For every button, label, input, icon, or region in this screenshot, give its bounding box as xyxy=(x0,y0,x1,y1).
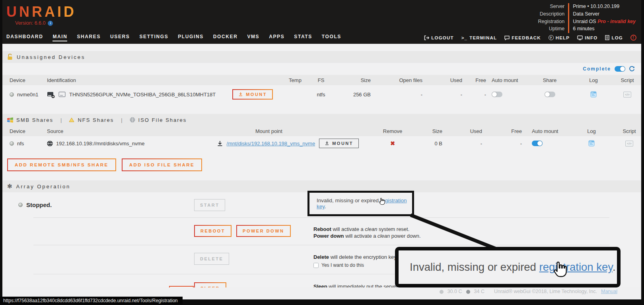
array-status-dot xyxy=(18,203,23,207)
nav-tools[interactable]: TOOLS xyxy=(322,34,341,41)
tab-nfs-shares[interactable]: NFS Shares xyxy=(69,117,114,123)
nav-dashboard[interactable]: DASHBOARD xyxy=(6,34,43,41)
complete-label: Complete xyxy=(583,66,611,72)
footer-manual-link[interactable]: Manual xyxy=(601,289,617,294)
power-down-button[interactable]: POWER DOWN xyxy=(236,225,290,237)
callout-registration-key-link[interactable]: registration key xyxy=(539,261,613,273)
status-bar-url: https://f75638aa12fb340c8dcdd63d6f1ffd73… xyxy=(0,297,183,304)
server-info-label: Uptime xyxy=(538,25,568,33)
array-status-text: Stopped. xyxy=(26,201,52,208)
tab-smb-shares[interactable]: SMB Shares xyxy=(7,117,53,123)
feedback-button[interactable]: FEEDBACK xyxy=(504,35,541,40)
nav-apps[interactable]: APPS xyxy=(269,34,284,41)
download-icon xyxy=(217,141,223,147)
add-remote-smb-nfs-share-button[interactable]: ADD REMOTE SMB/NFS SHARE xyxy=(7,158,116,171)
nfs-triangle-icon xyxy=(69,117,74,122)
registration-notice-text: Invalid, missing or expired xyxy=(317,197,380,203)
script-icon[interactable]: </> xyxy=(625,141,633,147)
nav-main[interactable]: MAIN xyxy=(53,34,67,41)
cell-free: - xyxy=(494,136,532,151)
cell-open-files: - xyxy=(375,85,422,104)
logout-icon xyxy=(424,35,429,40)
nav-vms[interactable]: VMS xyxy=(247,34,259,41)
terminal-icon: >_ xyxy=(461,35,468,40)
unassigned-table-header: Device Identification Temp FS Size Open … xyxy=(2,75,641,85)
monitor-icon xyxy=(577,35,583,40)
cell-size: 0 B xyxy=(411,136,454,151)
section-title: Unassigned Devices xyxy=(17,54,86,60)
server-info-value: Unraid OS Pro - invalid key xyxy=(568,18,636,26)
power-alert-icon[interactable]: ! xyxy=(630,35,636,41)
globe-dark-icon xyxy=(47,141,53,147)
temp-dot-icon xyxy=(440,290,444,294)
registration-invalid-key: Pro - invalid key xyxy=(597,19,636,24)
script-icon[interactable]: </> xyxy=(623,92,631,98)
log-icon[interactable] xyxy=(588,140,595,147)
info-button[interactable]: INFO xyxy=(577,35,597,40)
document-icon xyxy=(605,35,609,40)
power-down-help-text: Power down will activate a clean power d… xyxy=(313,233,421,239)
server-info-label: Registration xyxy=(538,18,568,26)
temp-dot-icon xyxy=(466,290,470,294)
server-info-value: Data Server xyxy=(568,11,636,18)
nav-users[interactable]: USERS xyxy=(110,34,130,41)
mount-point-link[interactable]: /mnt/disks/192.168.10.198_vms_nvme xyxy=(227,141,315,147)
cell-fs: ntfs xyxy=(307,85,335,104)
terminal-button[interactable]: >_ TERMINAL xyxy=(461,35,497,40)
share-status-dot xyxy=(10,141,14,146)
auto-mount-toggle[interactable] xyxy=(492,92,502,97)
main-menu: DASHBOARD MAIN SHARES USERS SETTINGS PLU… xyxy=(6,34,341,41)
auto-mount-toggle[interactable] xyxy=(532,141,543,146)
nav-settings[interactable]: SETTINGS xyxy=(139,34,168,41)
reboot-button[interactable]: REBOOT xyxy=(194,225,232,237)
footer-temp1: 30.0 C xyxy=(447,289,462,294)
mount-share-button[interactable]: MOUNT xyxy=(319,139,359,148)
drive-add-icon xyxy=(47,91,55,98)
refresh-icon[interactable] xyxy=(629,66,635,72)
section-title: Array Operation xyxy=(16,184,71,190)
cell-used: - xyxy=(454,136,494,151)
log-icon[interactable] xyxy=(590,91,597,98)
share-device-name[interactable]: nfs xyxy=(17,141,24,147)
nav-bar: DASHBOARD MAIN SHARES USERS SETTINGS PLU… xyxy=(2,33,641,44)
delete-button[interactable]: DELETE xyxy=(194,253,229,265)
log-button[interactable]: LOG xyxy=(605,35,623,40)
version-label: Version: 6.6.0 xyxy=(15,20,45,26)
registration-notice-highlight-box: Invalid, missing or expired registration… xyxy=(307,191,414,216)
nav-shares[interactable]: SHARES xyxy=(77,34,101,41)
delete-confirm-label: Yes I want to do this xyxy=(321,262,364,269)
globe-grey-icon xyxy=(130,117,135,123)
server-info-label: Description xyxy=(538,11,568,18)
device-identification[interactable]: THNSN5256GPUK_NVMe_TOSHIBA_256GB_86LS10M… xyxy=(69,92,216,98)
reboot-help-text: Reboot will activate a clean system rese… xyxy=(313,226,421,233)
tab-iso-file-shares[interactable]: ISO File Shares xyxy=(130,117,187,123)
start-button[interactable]: START xyxy=(194,199,225,211)
hand-cursor-large xyxy=(553,261,568,278)
nav-docker[interactable]: DOCKER xyxy=(213,34,238,41)
unraid-logo: UNRAID xyxy=(6,4,76,20)
cell-size: 256 GB xyxy=(335,85,375,104)
complete-toggle[interactable] xyxy=(615,66,625,72)
cell-used: - xyxy=(422,85,462,104)
cell-temp xyxy=(283,85,307,104)
asterisk-icon: ✻ xyxy=(7,183,12,190)
delete-confirm-checkbox[interactable] xyxy=(313,263,319,268)
share-toggle[interactable] xyxy=(545,92,555,97)
logout-button[interactable]: LOGOUT xyxy=(424,35,453,40)
nav-stats[interactable]: STATS xyxy=(294,34,312,41)
remove-share-icon[interactable]: ✖ xyxy=(390,140,395,147)
help-icon: ? xyxy=(549,35,554,40)
mount-icon xyxy=(325,141,329,146)
add-iso-file-share-button[interactable]: ADD ISO FILE SHARE xyxy=(122,158,202,171)
add-share-buttons: ADD REMOTE SMB/NFS SHARE ADD ISO FILE SH… xyxy=(7,158,641,171)
footer-temp2: 34 C xyxy=(474,289,484,294)
utility-menu: LOGOUT >_ TERMINAL FEEDBACK ? HELP INFO … xyxy=(424,35,636,41)
mount-device-button[interactable]: MOUNT xyxy=(232,89,273,100)
device-status-dot xyxy=(10,92,14,97)
device-name[interactable]: nvme0n1 xyxy=(17,92,38,98)
shares-section-bar: SMB Shares | NFS Shares | ISO File Share… xyxy=(2,114,641,126)
version-info-icon[interactable]: i xyxy=(48,21,53,26)
delete-help-text: Delete will delete the encryption keyfil… xyxy=(313,254,405,260)
help-button[interactable]: ? HELP xyxy=(549,35,570,40)
nav-plugins[interactable]: PLUGINS xyxy=(178,34,204,41)
